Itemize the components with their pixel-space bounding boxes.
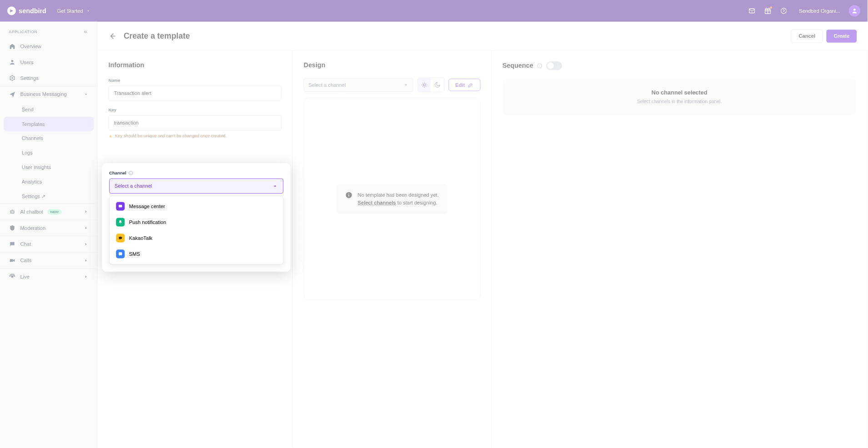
chevron-down-icon (84, 92, 89, 97)
logo[interactable]: sendbird (7, 6, 46, 15)
nav-bm-settings[interactable]: Settings ↗ (0, 189, 97, 204)
svg-rect-13 (349, 194, 349, 197)
design-preview: No template has been designed yet. Selec… (304, 98, 481, 300)
channel-select[interactable]: Select a channel (109, 179, 283, 194)
edit-button[interactable]: Edit (448, 79, 480, 91)
nav-settings[interactable]: Settings (0, 70, 97, 86)
nav-calls[interactable]: Calls (0, 253, 97, 269)
sidebar-section-label: APPLICATION (0, 22, 97, 39)
help-icon[interactable] (780, 7, 788, 15)
nav-live[interactable]: Live (0, 269, 97, 284)
design-panel: Design Select a channel Edit (293, 50, 492, 448)
paper-plane-icon (9, 91, 16, 98)
sidebar: APPLICATION Overview Users Settings Busi… (0, 22, 98, 448)
page-title: Create a template (124, 31, 190, 41)
info-icon[interactable] (128, 170, 133, 175)
light-theme-button[interactable] (418, 78, 431, 92)
info-icon (346, 191, 353, 199)
nav-send[interactable]: Send (0, 102, 97, 117)
shield-icon (9, 224, 16, 232)
nav-logs[interactable]: Logs (0, 145, 97, 160)
channel-option-message-center[interactable]: Message center (112, 198, 281, 214)
channel-label: Channel (109, 170, 283, 175)
topbar: sendbird Get Started Sendbird Organi... (0, 0, 868, 22)
dark-theme-button[interactable] (431, 78, 444, 92)
svg-rect-17 (119, 205, 122, 208)
key-input[interactable] (109, 115, 282, 130)
key-warning: ▲ Key should be unique and can't be chan… (109, 133, 282, 138)
chevron-right-icon (84, 225, 89, 230)
new-badge: NEW (47, 209, 61, 214)
svg-point-14 (349, 193, 350, 194)
sequence-title: Sequence (502, 61, 856, 70)
chat-icon (9, 240, 16, 248)
channel-option-push[interactable]: Push notification (112, 214, 281, 230)
svg-point-7 (11, 212, 12, 212)
broadcast-icon (9, 273, 16, 280)
kakao-icon (116, 234, 125, 242)
select-channels-link[interactable]: Select channels (358, 200, 396, 206)
video-icon (9, 257, 16, 264)
sms-icon (116, 249, 125, 258)
design-title: Design (304, 61, 481, 69)
get-started-menu[interactable]: Get Started (57, 8, 90, 14)
sequence-toggle[interactable] (546, 61, 562, 70)
design-empty-message: No template has been designed yet. Selec… (336, 184, 447, 214)
svg-point-8 (13, 212, 13, 212)
nav-chat[interactable]: Chat (0, 236, 97, 252)
name-label: Name (109, 78, 282, 83)
chevron-right-icon (84, 274, 89, 279)
svg-point-11 (423, 84, 426, 86)
warning-icon: ▲ (109, 133, 113, 138)
collapse-icon[interactable] (83, 29, 89, 35)
page-header: Create a template Cancel Create (98, 22, 868, 51)
gear-icon (9, 75, 16, 82)
sequence-empty: No channel selected Select channels in t… (502, 79, 856, 115)
nav-overview[interactable]: Overview (0, 38, 97, 54)
svg-point-4 (11, 60, 14, 62)
nav-moderation[interactable]: Moderation (0, 220, 97, 236)
theme-toggle (417, 78, 444, 92)
robot-icon (9, 208, 16, 215)
users-icon (9, 59, 16, 66)
nav-business-messaging[interactable]: Business Messaging (0, 86, 97, 102)
design-channel-select[interactable]: Select a channel (304, 78, 413, 92)
channel-option-sms[interactable]: SMS (112, 246, 281, 262)
chevron-right-icon (84, 209, 89, 214)
back-button[interactable] (109, 32, 116, 40)
brand-text: sendbird (19, 7, 46, 15)
nav-user-insights[interactable]: User insights (0, 160, 97, 174)
mail-icon[interactable] (748, 7, 756, 15)
user-avatar[interactable] (849, 5, 860, 16)
svg-point-16 (129, 171, 133, 175)
chevron-down-icon (86, 9, 90, 13)
svg-rect-19 (119, 252, 122, 255)
chevron-up-icon (272, 183, 278, 189)
information-title: Information (109, 61, 282, 69)
channel-option-kakao[interactable]: KakaoTalk (112, 230, 281, 246)
push-icon (116, 218, 125, 226)
key-label: Key (109, 107, 282, 112)
chevron-right-icon (84, 258, 89, 263)
nav-templates[interactable]: Templates (4, 117, 94, 131)
org-name[interactable]: Sendbird Organi... (799, 8, 840, 14)
channel-dropdown: Message center Push notification KakaoTa… (109, 196, 283, 264)
nav-ai-chatbot[interactable]: AI chatbot NEW (0, 204, 97, 219)
channel-popup: Channel Select a channel Message center … (102, 163, 291, 272)
chevron-down-icon (403, 82, 408, 87)
nav-channels[interactable]: Channels (0, 131, 97, 146)
create-button[interactable]: Create (827, 30, 857, 43)
svg-point-10 (11, 276, 13, 278)
nav-users[interactable]: Users (0, 54, 97, 70)
svg-point-18 (119, 237, 122, 239)
chevron-right-icon (84, 242, 89, 247)
svg-point-5 (11, 77, 13, 79)
cancel-button[interactable]: Cancel (791, 29, 823, 43)
pencil-icon (468, 82, 474, 88)
name-input[interactable] (109, 85, 282, 100)
nav-analytics[interactable]: Analytics (0, 174, 97, 189)
info-icon[interactable] (537, 63, 543, 69)
message-center-icon (116, 202, 125, 210)
gift-icon[interactable] (764, 7, 772, 15)
logo-icon (7, 6, 16, 15)
